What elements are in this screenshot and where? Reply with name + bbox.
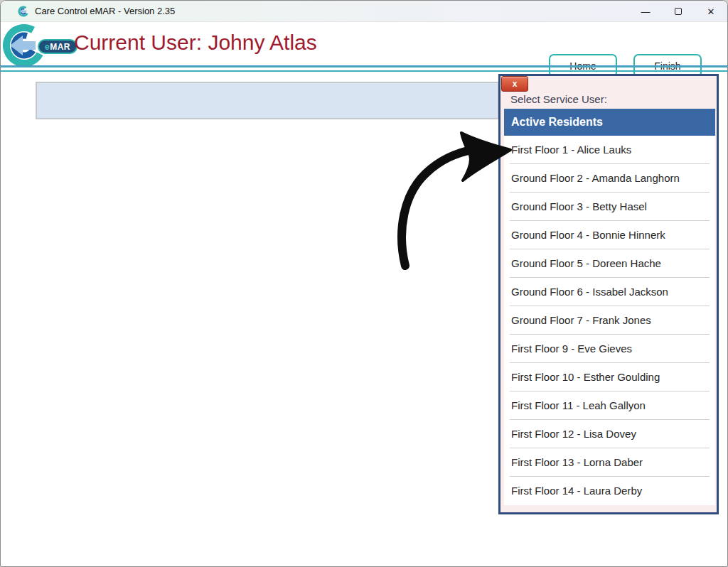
resident-list-item[interactable]: First Floor 9 - Eve Gieves — [504, 335, 715, 363]
resident-list-item[interactable]: First Floor 13 - Lorna Daber — [504, 448, 715, 477]
emar-badge-mar: MAR — [50, 42, 70, 52]
resident-list: First Floor 1 - Alice Lauks Ground Floor… — [504, 136, 715, 505]
resident-list-item[interactable]: First Floor 14 - Laura Derby — [504, 477, 715, 505]
select-service-user-popup: x Select Service User: Active Residents … — [498, 74, 719, 514]
emar-badge-e: e — [45, 42, 50, 52]
app-window: Care Control eMAR - Version 2.35 — ✕ eMA… — [0, 0, 728, 567]
minimize-icon[interactable]: — — [629, 1, 662, 22]
resident-list-item[interactable]: Ground Floor 4 - Bonnie Hinnerk — [504, 221, 715, 249]
resident-list-item[interactable]: First Floor 10 - Esther Goulding — [504, 363, 715, 392]
resident-list-item[interactable]: Ground Floor 3 - Betty Hasel — [504, 193, 715, 221]
emar-badge: eMAR — [38, 39, 77, 54]
maximize-icon[interactable] — [662, 1, 695, 22]
resident-list-item[interactable]: First Floor 1 - Alice Lauks — [504, 136, 715, 164]
resident-list-item[interactable]: First Floor 12 - Lisa Dovey — [504, 420, 715, 448]
window-controls: — ✕ — [629, 1, 727, 22]
header-divider-bottom — [1, 70, 727, 72]
resident-list-item[interactable]: Ground Floor 5 - Doreen Hache — [504, 249, 715, 278]
app-logo-icon — [18, 6, 29, 17]
window-titlebar: Care Control eMAR - Version 2.35 — ✕ — [1, 1, 727, 22]
popup-title: Select Service User: — [510, 93, 607, 105]
app-header: eMAR Current User: Johny Atlas Home Fini… — [1, 22, 727, 65]
window-title: Care Control eMAR - Version 2.35 — [35, 6, 175, 16]
resident-list-item[interactable]: Ground Floor 2 - Amanda Langhorn — [504, 164, 715, 193]
close-icon[interactable]: ✕ — [695, 1, 727, 22]
resident-list-item[interactable]: First Floor 11 - Leah Gallyon — [504, 392, 715, 420]
header-divider-top — [1, 65, 727, 68]
empty-info-bar — [36, 82, 499, 119]
active-residents-header: Active Residents — [504, 109, 715, 136]
popup-close-button[interactable]: x — [501, 76, 528, 92]
resident-list-item[interactable]: Ground Floor 7 - Frank Jones — [504, 306, 715, 335]
maximize-box-glyph — [675, 8, 682, 15]
resident-list-item[interactable]: Ground Floor 6 - Issabel Jackson — [504, 278, 715, 306]
current-user-title: Current User: Johny Atlas — [74, 31, 317, 55]
